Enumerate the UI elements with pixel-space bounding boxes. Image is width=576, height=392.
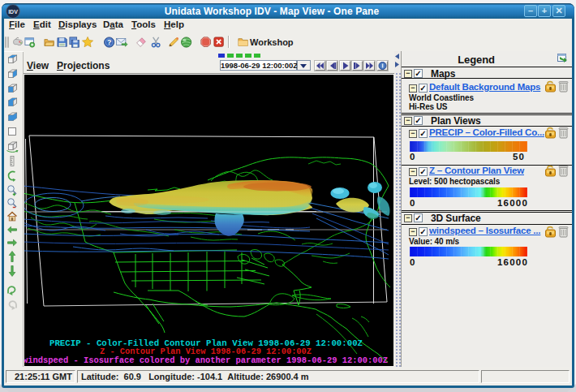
svg-text:windspeed - Isosurface colored: windspeed - Isosurface colored by anothe…: [24, 355, 388, 365]
svg-text:IDV: IDV: [8, 9, 18, 15]
svg-text:?: ?: [107, 38, 111, 46]
